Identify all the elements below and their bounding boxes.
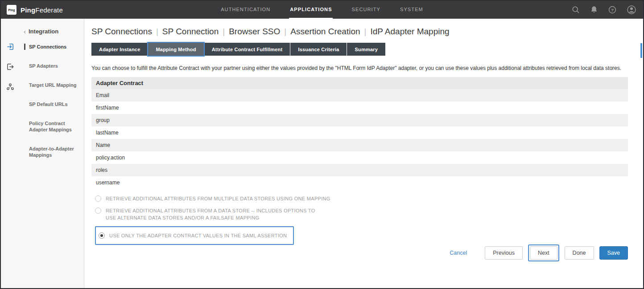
- tab-summary[interactable]: Summary: [347, 43, 385, 56]
- radio-label: RETRIEVE ADDITIONAL ATTRIBUTES FROM A DA…: [106, 207, 315, 221]
- table-row: lastName: [91, 126, 628, 139]
- radio-button-icon[interactable]: [95, 195, 101, 202]
- sp-icon[interactable]: [6, 63, 14, 71]
- cancel-link[interactable]: Cancel: [450, 250, 467, 256]
- account-icon[interactable]: [627, 5, 636, 14]
- breadcrumb: SP Connections|SP Connection|Browser SSO…: [91, 26, 628, 37]
- breadcrumb-divider: |: [280, 27, 290, 36]
- table-row: group: [91, 114, 628, 126]
- radio-button-selected-icon[interactable]: [99, 232, 105, 239]
- previous-button[interactable]: Previous: [485, 246, 523, 260]
- help-icon[interactable]: ?: [608, 6, 616, 14]
- table-row: Name: [91, 139, 628, 151]
- app-title: PingFederate: [21, 6, 63, 14]
- table-row: firstName: [91, 102, 628, 114]
- sidebar-section-integration[interactable]: ‹ Integration: [24, 28, 58, 35]
- done-button[interactable]: Done: [565, 246, 594, 260]
- adapter-contract-table: Adapter Contract Email firstName group l…: [91, 77, 628, 189]
- radio-label: RETRIEVE ADDITIONAL ATTRIBUTES FROM MULT…: [106, 195, 330, 202]
- sidebar: ‹ Integration SP Connections SP Adapters…: [1, 19, 84, 288]
- annotation-highlight-next: Next: [528, 244, 559, 261]
- topbar: Ping PingFederate AUTHENTICATION APPLICA…: [1, 1, 643, 19]
- topbar-icons: ?: [572, 1, 636, 19]
- mapping-method-options: RETRIEVE ADDITIONAL ATTRIBUTES FROM MULT…: [91, 195, 628, 245]
- page-description: You can choose to fulfill the Attribute …: [91, 65, 628, 72]
- annotation-highlight-radio: USE ONLY THE ADAPTER CONTRACT VALUES IN …: [95, 226, 294, 245]
- nav-security[interactable]: SECURITY: [351, 1, 381, 19]
- idp-icon[interactable]: [6, 43, 14, 51]
- step-tabs: Adapter Instance Mapping Method Attribut…: [91, 43, 628, 56]
- sidebar-item-sp-connections[interactable]: SP Connections: [24, 44, 80, 50]
- table-header: Adapter Contract: [91, 77, 628, 89]
- notifications-icon[interactable]: [590, 6, 598, 14]
- svg-text:?: ?: [611, 8, 614, 12]
- table-row: roles: [91, 164, 628, 176]
- breadcrumb-browser-sso[interactable]: Browser SSO: [229, 27, 280, 36]
- search-icon[interactable]: [572, 6, 580, 14]
- oauth-icon[interactable]: [6, 83, 14, 91]
- sidebar-icon-rail: [1, 19, 20, 288]
- breadcrumb-divider: |: [360, 27, 371, 36]
- tab-issuance-criteria[interactable]: Issuance Criteria: [290, 43, 347, 56]
- radio-multiple-data-stores[interactable]: RETRIEVE ADDITIONAL ATTRIBUTES FROM MULT…: [95, 195, 628, 202]
- breadcrumb-sp-connection[interactable]: SP Connection: [162, 27, 219, 36]
- tab-mapping-method[interactable]: Mapping Method: [148, 43, 203, 56]
- sidebar-item-sp-adapters[interactable]: SP Adapters: [24, 63, 80, 69]
- main-content: SP Connections|SP Connection|Browser SSO…: [85, 19, 643, 288]
- table-row: policy.action: [91, 151, 628, 164]
- radio-button-icon[interactable]: [95, 208, 101, 214]
- save-button[interactable]: Save: [599, 246, 628, 260]
- sidebar-item-policy-contract-adapter-mappings[interactable]: Policy Contract Adapter Mappings: [24, 120, 80, 133]
- app-window: Ping PingFederate AUTHENTICATION APPLICA…: [0, 0, 644, 289]
- sidebar-nav: SP Connections SP Adapters Target URL Ma…: [24, 44, 80, 158]
- breadcrumb-divider: |: [219, 27, 229, 36]
- annotation-edge-marker: [640, 43, 642, 58]
- table-row: Email: [91, 89, 628, 102]
- table-row: username: [91, 176, 628, 189]
- sidebar-item-target-url-mapping[interactable]: Target URL Mapping: [24, 82, 80, 88]
- breadcrumb-sp-connections[interactable]: SP Connections: [91, 27, 152, 36]
- app-title-bold: Ping: [21, 6, 35, 14]
- breadcrumb-assertion-creation[interactable]: Assertion Creation: [290, 27, 360, 36]
- primary-nav: AUTHENTICATION APPLICATIONS SECURITY SYS…: [220, 1, 424, 19]
- sidebar-section-label: Integration: [29, 28, 58, 35]
- sidebar-item-adapter-to-adapter-mappings[interactable]: Adapter-to-Adapter Mappings: [24, 146, 80, 158]
- nav-authentication[interactable]: AUTHENTICATION: [220, 1, 271, 19]
- radio-data-store-with-options[interactable]: RETRIEVE ADDITIONAL ATTRIBUTES FROM A DA…: [95, 207, 628, 221]
- app-title-light: Federate: [35, 6, 63, 14]
- chevron-left-icon: ‹: [24, 28, 26, 35]
- nav-applications[interactable]: APPLICATIONS: [289, 1, 333, 19]
- radio-label: USE ONLY THE ADAPTER CONTRACT VALUES IN …: [109, 232, 287, 239]
- next-button[interactable]: Next: [530, 246, 557, 260]
- sidebar-item-sp-default-urls[interactable]: SP Default URLs: [24, 101, 80, 107]
- tab-adapter-instance[interactable]: Adapter Instance: [91, 43, 148, 56]
- nav-system[interactable]: SYSTEM: [399, 1, 424, 19]
- ping-logo-text: Ping: [8, 8, 15, 12]
- radio-adapter-contract-only[interactable]: USE ONLY THE ADAPTER CONTRACT VALUES IN …: [99, 232, 287, 239]
- ping-logo: Ping: [7, 5, 17, 15]
- tab-attribute-contract-fulfillment[interactable]: Attribute Contract Fulfillment: [204, 43, 290, 56]
- breadcrumb-idp-adapter-mapping[interactable]: IdP Adapter Mapping: [370, 27, 449, 36]
- action-bar: Cancel Previous Next Done Save: [450, 244, 628, 261]
- breadcrumb-divider: |: [152, 27, 162, 36]
